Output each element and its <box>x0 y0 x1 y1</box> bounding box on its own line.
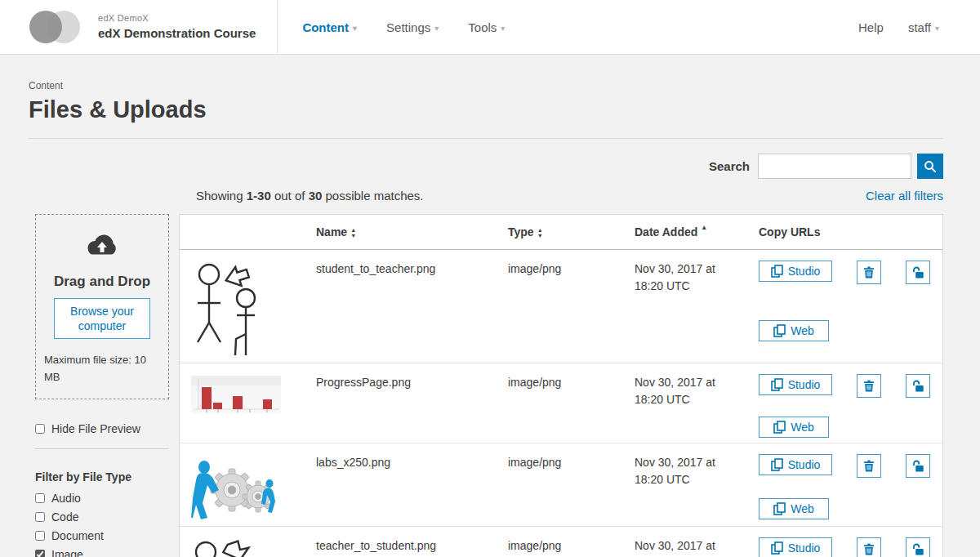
nav-item-label: Tools <box>468 20 497 34</box>
copy-icon <box>773 502 786 515</box>
delete-file-button[interactable] <box>857 261 881 284</box>
nav-item-settings[interactable]: Settings ▾ <box>386 20 439 34</box>
results-count: Showing 1-30 out of 30 possible matches. <box>196 189 424 203</box>
hide-file-preview-option[interactable]: Hide File Preview <box>35 422 169 435</box>
copy-web-url-button[interactable]: Web <box>759 320 829 341</box>
file-date-added: Nov 30, 2017 at 18:20 UTC <box>635 537 737 557</box>
sort-ascending-icon: ▲ <box>701 224 707 231</box>
file-date-added: Nov 30, 2017 at 18:20 UTC <box>635 261 737 363</box>
page-title: Files & Uploads <box>29 96 943 123</box>
chevron-down-icon: ▾ <box>501 24 505 33</box>
user-menu[interactable]: staff ▾ <box>908 20 939 34</box>
copy-icon <box>771 458 783 471</box>
file-date-added: Nov 30, 2017 at 18:20 UTC <box>635 374 737 443</box>
filter-checkbox-code[interactable] <box>35 512 45 522</box>
course-org-label: edX DemoX <box>98 13 256 25</box>
table-row: teacher_to_student.png image/png Nov 30,… <box>180 527 942 557</box>
header-divider <box>277 0 278 54</box>
delete-file-button[interactable] <box>857 374 881 398</box>
file-thumbnail-cell <box>180 537 316 557</box>
file-type: image/png <box>508 261 635 363</box>
filter-option-image[interactable]: Image <box>35 548 169 557</box>
sidebar-divider <box>35 448 169 449</box>
file-thumbnail-cell <box>180 374 316 443</box>
unlock-icon <box>911 380 924 392</box>
sort-icon: ▲▼ <box>350 228 356 238</box>
search-icon <box>924 160 937 173</box>
search-button[interactable] <box>917 154 943 179</box>
table-row: ProgressPage.png image/png Nov 30, 2017 … <box>180 363 942 443</box>
filter-checkbox-image[interactable] <box>35 550 45 557</box>
nav-item-label: Content <box>302 20 349 34</box>
trash-icon <box>863 543 875 555</box>
table-row: student_to_teacher.png image/png Nov 30,… <box>180 250 942 363</box>
file-name: teacher_to_student.png <box>316 537 508 557</box>
copy-icon <box>773 421 786 434</box>
lock-toggle-button[interactable] <box>906 537 930 557</box>
column-header-date-added[interactable]: Date Added ▲ <box>635 225 759 238</box>
thumbnail-image <box>191 456 276 521</box>
nav-item-content[interactable]: Content ▾ <box>302 20 357 34</box>
filter-checkbox-document[interactable] <box>35 531 45 541</box>
copy-studio-url-button[interactable]: Studio <box>759 537 832 557</box>
max-file-size-note: Maximum file size: 10 MB <box>44 352 160 385</box>
filter-option-document[interactable]: Document <box>35 529 169 542</box>
hide-file-preview-checkbox[interactable] <box>35 424 45 434</box>
filter-option-label: Audio <box>51 492 81 505</box>
nav-item-tools[interactable]: Tools ▾ <box>468 20 505 34</box>
files-table: Name ▲▼ Type ▲▼ Date Added ▲ Copy URLs <box>179 214 943 557</box>
delete-file-button[interactable] <box>857 537 881 557</box>
file-thumbnail-cell <box>180 454 316 526</box>
lock-toggle-button[interactable] <box>906 454 930 478</box>
lock-toggle-button[interactable] <box>906 261 930 284</box>
lock-toggle-button[interactable] <box>906 374 930 398</box>
filter-by-type-title: Filter by File Type <box>35 470 169 483</box>
course-title: edX Demonstration Course <box>98 26 256 42</box>
trash-icon <box>863 380 875 392</box>
filter-option-label: Image <box>51 548 83 557</box>
copy-icon <box>771 265 783 278</box>
file-type: image/png <box>508 374 635 443</box>
main-nav: Content ▾ Settings ▾ Tools ▾ <box>302 20 505 34</box>
column-header-type[interactable]: Type ▲▼ <box>508 225 635 238</box>
help-link[interactable]: Help <box>858 20 884 34</box>
chevron-down-icon: ▾ <box>434 24 439 33</box>
chevron-down-icon: ▾ <box>353 24 357 33</box>
copy-web-url-button[interactable]: Web <box>759 417 829 438</box>
trash-icon <box>863 460 875 472</box>
cloud-upload-icon <box>84 233 120 259</box>
search-input[interactable] <box>758 154 911 179</box>
table-header-row: Name ▲▼ Type ▲▼ Date Added ▲ Copy URLs <box>180 215 942 250</box>
nav-item-label: Settings <box>386 20 430 34</box>
drag-drop-zone[interactable]: Drag and Drop Browse your computer Maxim… <box>35 214 169 399</box>
browse-computer-button[interactable]: Browse your computer <box>54 298 150 339</box>
upload-filter-sidebar: Drag and Drop Browse your computer Maxim… <box>35 214 169 557</box>
copy-icon <box>771 378 783 391</box>
column-header-copy-urls: Copy URLs <box>759 225 942 238</box>
app-header: edX DemoX edX Demonstration Course Conte… <box>0 0 980 55</box>
unlock-icon <box>911 460 924 472</box>
copy-icon <box>773 324 786 337</box>
copy-icon <box>771 541 783 555</box>
thumbnail-image <box>191 539 274 557</box>
filter-option-code[interactable]: Code <box>35 510 169 524</box>
table-body: student_to_teacher.png image/png Nov 30,… <box>180 250 942 557</box>
file-type-filter-list: Audio Code Document Image Other <box>35 492 169 557</box>
copy-web-url-button[interactable]: Web <box>759 498 829 519</box>
trash-icon <box>863 266 875 278</box>
user-name: staff <box>908 20 931 34</box>
filter-option-audio[interactable]: Audio <box>35 492 169 505</box>
course-home-link[interactable]: edX DemoX edX Demonstration Course <box>0 0 256 54</box>
chevron-down-icon: ▾ <box>935 24 939 33</box>
thumbnail-image <box>191 376 281 413</box>
file-date-added: Nov 30, 2017 at 18:20 UTC <box>635 454 737 526</box>
copy-studio-url-button[interactable]: Studio <box>759 261 832 282</box>
copy-studio-url-button[interactable]: Studio <box>759 454 832 475</box>
copy-studio-url-button[interactable]: Studio <box>759 374 832 395</box>
clear-all-filters-link[interactable]: Clear all filters <box>866 189 943 203</box>
hide-file-preview-label: Hide File Preview <box>51 422 140 435</box>
filter-checkbox-audio[interactable] <box>35 493 45 503</box>
delete-file-button[interactable] <box>857 454 881 478</box>
unlock-icon <box>911 543 924 555</box>
column-header-name[interactable]: Name ▲▼ <box>316 225 508 238</box>
